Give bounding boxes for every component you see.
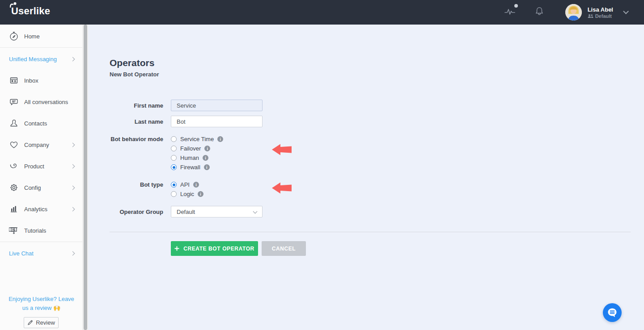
chevron-right-icon (71, 142, 75, 147)
first-name-input[interactable] (171, 100, 263, 111)
sidebar-item-label: Config (24, 184, 41, 191)
info-icon[interactable] (203, 155, 208, 161)
last-name-label: Last name (110, 118, 163, 125)
sidebar-nav: Home Unified Messaging Inbox (0, 25, 83, 330)
chevron-down-icon (253, 209, 258, 214)
new-bot-operator-form: First name Last name Bot behavior mode S… (110, 100, 423, 217)
sidebar-scrollbar[interactable] (83, 25, 88, 330)
product-swoosh-icon (9, 161, 19, 171)
sidebar-item-home[interactable]: Home (0, 25, 82, 47)
chat-bubble-icon (607, 307, 618, 318)
user-name: Lisa Abel (588, 6, 613, 13)
sidebar-section-unified-messaging[interactable]: Unified Messaging (0, 48, 82, 70)
user-avatar[interactable] (565, 4, 582, 21)
activity-badge (514, 4, 518, 8)
radio-label: Human (180, 155, 199, 161)
group-people-icon (588, 14, 593, 18)
sidebar-item-label: Unified Messaging (9, 56, 57, 63)
chevron-right-icon (71, 57, 75, 61)
radio-option-logic[interactable]: Logic (171, 189, 203, 199)
chevron-right-icon (71, 251, 75, 255)
home-compass-icon (9, 31, 19, 41)
radio-icon[interactable] (171, 191, 177, 197)
radio-icon-checked[interactable] (171, 164, 177, 170)
cancel-button[interactable]: CANCEL (262, 241, 306, 256)
sidebar-item-tutorials[interactable]: Tutorials (0, 220, 82, 241)
info-icon[interactable] (204, 164, 210, 170)
sidebar-item-product[interactable]: Product (0, 155, 82, 177)
annotation-arrow-left-icon (272, 182, 292, 194)
pencil-icon (27, 320, 33, 326)
sidebar-item-contacts[interactable]: Contacts (0, 113, 82, 134)
last-name-input[interactable] (171, 116, 263, 127)
review-button[interactable]: Review (24, 317, 59, 328)
radio-label: Logic (180, 191, 194, 197)
analytics-bars-icon (9, 204, 19, 214)
review-button-label: Review (36, 319, 55, 326)
bot-type-radio-group: API Logic (171, 180, 203, 199)
user-menu[interactable]: Lisa Abel Default (588, 6, 613, 19)
info-icon[interactable] (204, 146, 210, 151)
radio-label: API (180, 181, 190, 188)
userlike-logo[interactable]: Userlike (11, 5, 50, 17)
create-button-label: CREATE BOT OPERATOR (183, 246, 254, 252)
radio-option-api[interactable]: API (171, 180, 203, 189)
user-group-label: Default (595, 13, 612, 19)
annotation-arrow-left-icon (272, 143, 292, 156)
conversations-bubble-icon (9, 97, 19, 107)
review-prompt-link[interactable]: Enjoying Userlike? Leave us a review 🙌 (0, 295, 83, 313)
bot-behavior-radio-group: Service Time Failover Human Firewall (171, 134, 223, 172)
sidebar-item-label: Analytics (24, 206, 47, 213)
radio-icon[interactable] (171, 136, 177, 142)
header-controls: Lisa Abel Default (504, 0, 627, 25)
radio-label: Service Time (180, 136, 214, 142)
sidebar-item-inbox[interactable]: Inbox (0, 70, 82, 91)
bot-type-label: Bot type (110, 180, 163, 189)
radio-option-human[interactable]: Human (171, 153, 223, 163)
config-gear-icon (9, 183, 19, 192)
radio-icon[interactable] (171, 155, 177, 161)
sidebar-item-analytics[interactable]: Analytics (0, 198, 82, 220)
sidebar-item-company[interactable]: Company (0, 134, 82, 155)
create-bot-operator-button[interactable]: CREATE BOT OPERATOR (171, 241, 258, 256)
activity-icon[interactable] (504, 7, 515, 18)
radio-option-service-time[interactable]: Service Time (171, 134, 223, 144)
inbox-icon (9, 75, 19, 85)
radio-icon[interactable] (171, 146, 177, 151)
chevron-right-icon (71, 207, 75, 211)
notifications-bell-icon[interactable] (535, 7, 544, 18)
radio-option-firewall[interactable]: Firewall (171, 163, 223, 172)
chat-widget-button[interactable] (603, 303, 622, 322)
radio-label: Failover (180, 145, 201, 152)
logo-text: Userlike (11, 5, 50, 17)
sidebar-item-label: All conversations (24, 99, 68, 105)
logo-accent-icon (10, 2, 17, 8)
sidebar-item-config[interactable]: Config (0, 177, 82, 198)
sidebar-scrollbar-thumb[interactable] (84, 25, 87, 330)
operator-group-value: Default (177, 209, 195, 215)
sidebar-item-label: Contacts (24, 120, 47, 127)
info-icon[interactable] (217, 136, 223, 142)
sidebar-item-label: Home (24, 33, 40, 40)
radio-label: Firewall (180, 164, 200, 171)
info-icon[interactable] (198, 191, 203, 197)
operator-group-select[interactable]: Default (171, 206, 263, 217)
contacts-person-icon (9, 118, 19, 128)
user-menu-chevron-down-icon[interactable] (623, 8, 629, 14)
sidebar-item-all-conversations[interactable]: All conversations (0, 91, 82, 113)
operator-group-label: Operator Group (110, 209, 163, 215)
radio-option-failover[interactable]: Failover (171, 144, 223, 153)
plus-icon (174, 246, 179, 251)
info-icon[interactable] (193, 182, 199, 188)
cancel-button-label: CANCEL (272, 246, 296, 252)
sidebar-item-label: Tutorials (24, 227, 46, 234)
sidebar-item-label: Product (24, 163, 44, 170)
sidebar-section-live-chat[interactable]: Live Chat (0, 242, 82, 264)
radio-icon-checked[interactable] (171, 182, 177, 188)
sidebar-divider (0, 242, 82, 242)
first-name-label: First name (110, 102, 163, 109)
chevron-right-icon (71, 164, 75, 168)
main-content: Operators New Bot Operator First name La… (88, 25, 644, 330)
sidebar-item-label: Company (24, 142, 49, 148)
form-footer-divider (110, 232, 631, 232)
